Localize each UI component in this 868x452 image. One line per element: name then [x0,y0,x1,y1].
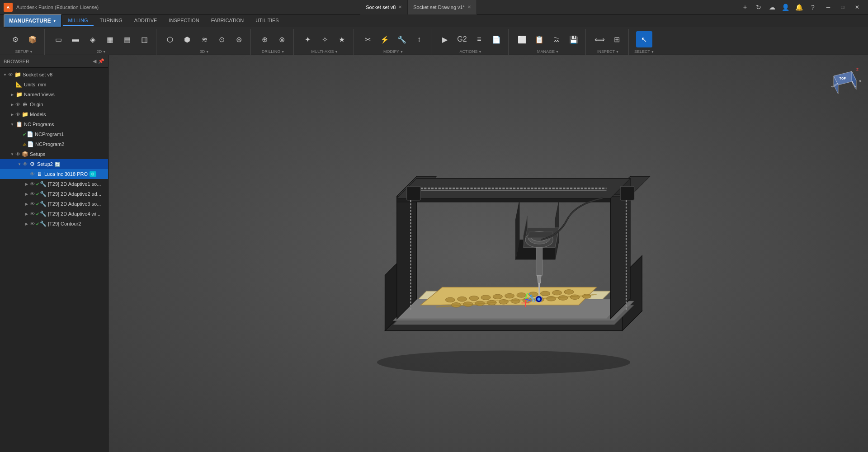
tree-eye-adaptive2[interactable]: 👁 [30,191,35,197]
toolbar-section-label-inspect[interactable]: INSPECT ▼ [597,49,619,54]
toolbar-icon-select-0[interactable]: ↖ [636,31,652,47]
tree-expand-named-views[interactable]: ▶ [9,93,15,97]
refresh-icon[interactable]: ↻ [752,1,765,14]
toolbar-icon-actions-3[interactable]: 📄 [488,31,505,47]
toolbar-section-label-manage[interactable]: MANAGE ▼ [537,49,559,54]
tree-expand-adaptive3[interactable]: ▶ [24,202,30,206]
tree-item-models[interactable]: ▶👁📁Models [0,109,108,119]
toolbar-tab-inspection[interactable]: INSPECTION [163,16,204,26]
toolbar-icon-multi-axis-2[interactable]: ★ [334,31,350,47]
toolbar-icon-drilling-1[interactable]: ⊗ [274,31,290,47]
viewport[interactable]: TOP FRONT RIGHT Z X [108,55,868,452]
tree-eye-origin[interactable]: 👁 [15,102,20,107]
tree-eye-adaptive1[interactable]: 👁 [30,181,35,187]
toolbar-tab-fabrication[interactable]: FABRICATION [206,16,250,26]
toolbar-icon-modify-0[interactable]: ✂ [359,31,376,47]
tree-expand-root[interactable]: ▼ [2,73,8,77]
toolbar-icon-drilling-0[interactable]: ⊕ [256,31,273,47]
tree-eye-models[interactable]: 👁 [15,112,20,117]
tree-item-contour2[interactable]: ▶👁✔🔧[T29] Contour2 [0,219,108,229]
tree-item-ncprogram1[interactable]: ✔📄NCProgram1 [0,129,108,139]
tree-eye-adaptive4[interactable]: 👁 [30,211,35,217]
tree-item-adaptive4[interactable]: ▶👁✔🔧[T29] 2D Adaptive4 wi... [0,209,108,219]
new-tab-icon[interactable]: ＋ [739,1,751,14]
close-button[interactable]: ✕ [850,1,864,14]
toolbar-icon-actions-0[interactable]: ▶ [437,31,453,47]
tree-eye-contour2[interactable]: 👁 [30,221,35,226]
toolbar-icon-manage-0[interactable]: ⬜ [514,31,530,47]
tree-eye-adaptive3[interactable]: 👁 [30,201,35,207]
toolbar-icon-modify-1[interactable]: ⚡ [377,31,393,47]
toolbar-icon-manage-3[interactable]: 💾 [566,31,582,47]
toolbar-icon-2d-1[interactable]: ▬ [67,31,84,47]
toolbar-icon-3d-0[interactable]: ⬡ [162,31,178,47]
toolbar-tab-additive[interactable]: ADDITIVE [129,16,163,26]
tab-socket-set[interactable]: Socket set v8✕ [360,0,408,14]
toolbar-icon-modify-2[interactable]: 🔧 [394,31,410,47]
toolbar-tab-turning[interactable]: TURNING [94,16,128,26]
toolbar-section-label-actions[interactable]: ACTIONS ▼ [460,49,482,54]
toolbar-icon-multi-axis-1[interactable]: ✧ [316,31,333,47]
maximize-button[interactable]: □ [835,1,850,14]
toolbar-icon-actions-2[interactable]: ≡ [471,31,487,47]
toolbar-section-label-3d[interactable]: 3D ▼ [200,49,209,54]
toolbar-icon-inspect-1[interactable]: ⊞ [609,31,625,47]
tree-expand-setups[interactable]: ▼ [9,152,15,156]
nav-cube[interactable]: TOP FRONT RIGHT Z X [825,62,861,99]
tree-expand-adaptive4[interactable]: ▶ [24,212,30,216]
tree-expand-origin[interactable]: ▶ [9,103,15,107]
tree-item-named-views[interactable]: ▶📁Named Views [0,89,108,99]
tab-socket-drawing[interactable]: Socket set Drawing v1*✕ [408,0,477,14]
tree-expand-nc-programs[interactable]: ▼ [9,122,15,127]
tree-item-origin[interactable]: ▶👁⊕Origin [0,99,108,109]
toolbar-section-label-setup[interactable]: SETUP ▼ [15,49,33,54]
toolbar-icon-3d-2[interactable]: ≋ [196,31,212,47]
tab-close-socket-set[interactable]: ✕ [398,5,402,9]
toolbar-section-label-select[interactable]: SELECT ▼ [634,49,654,54]
toolbar-section-label-drilling[interactable]: DRILLING ▼ [262,49,284,54]
tree-expand-adaptive1[interactable]: ▶ [24,182,30,186]
toolbar-icon-setup-1[interactable]: 📦 [24,31,41,47]
toolbar-section-label-2d[interactable]: 2D ▼ [97,49,106,54]
tree-eye-luca-inc[interactable]: 👁 [30,171,35,177]
toolbar-icon-3d-3[interactable]: ⊙ [213,31,230,47]
tree-item-luca-inc[interactable]: 👁🖥Luca Inc 3018 PROC [0,169,108,179]
account-icon[interactable]: 👤 [779,1,792,14]
toolbar-icon-modify-3[interactable]: ↕ [411,31,427,47]
toolbar-icon-manage-2[interactable]: 🗂 [548,31,565,47]
toolbar-tab-milling[interactable]: MILLING [63,16,94,26]
tree-item-root[interactable]: ▼👁📁Socket set v8 [0,70,108,80]
toolbar-icon-actions-1[interactable]: G2 [454,31,470,47]
tree-eye-root[interactable]: 👁 [8,72,13,77]
tree-item-adaptive2[interactable]: ▶👁✔🔧[T29] 2D Adaptive2 ad... [0,189,108,199]
toolbar-icon-3d-4[interactable]: ⊛ [231,31,247,47]
tree-item-nc-programs[interactable]: ▼📋NC Programs [0,119,108,129]
browser-pin-icon[interactable]: 📌 [98,58,104,64]
toolbar-section-label-multi-axis[interactable]: MULTI-AXIS ▼ [311,49,338,54]
toolbar-icon-multi-axis-0[interactable]: ✦ [299,31,316,47]
toolbar-icon-2d-2[interactable]: ◈ [85,31,101,47]
minimize-button[interactable]: ─ [821,1,835,14]
toolbar-icon-inspect-0[interactable]: ⟺ [591,31,608,47]
toolbar-icon-2d-4[interactable]: ▤ [119,31,135,47]
tree-expand-adaptive2[interactable]: ▶ [24,192,30,196]
manufacture-button[interactable]: MANUFACTURE ▼ [4,14,62,28]
tree-item-units[interactable]: 📐Units: mm [0,80,108,89]
tree-item-setup2[interactable]: ▼👁⚙Setup2🔄 [0,159,108,169]
tree-item-adaptive3[interactable]: ▶👁✔🔧[T29] 2D Adaptive3 so... [0,199,108,209]
toolbar-section-label-modify[interactable]: MODIFY ▼ [383,49,403,54]
tree-expand-setup2[interactable]: ▼ [16,162,23,166]
toolbar-tab-utilities[interactable]: UTILITIES [250,16,284,26]
tree-expand-contour2[interactable]: ▶ [24,222,30,226]
bell-icon[interactable]: 🔔 [793,1,806,14]
tree-item-ncprogram2[interactable]: ⚠📄NCProgram2 [0,139,108,149]
browser-back-icon[interactable]: ◀ [93,58,96,64]
tree-item-setups[interactable]: ▼👁📦Setups [0,149,108,159]
help-icon[interactable]: ? [807,1,819,14]
tree-eye-setup2[interactable]: 👁 [23,161,28,167]
tree-eye-setups[interactable]: 👁 [15,151,20,157]
toolbar-icon-3d-1[interactable]: ⬢ [179,31,195,47]
toolbar-icon-manage-1[interactable]: 📋 [531,31,547,47]
toolbar-icon-2d-3[interactable]: ▦ [102,31,118,47]
toolbar-icon-2d-0[interactable]: ▭ [50,31,66,47]
